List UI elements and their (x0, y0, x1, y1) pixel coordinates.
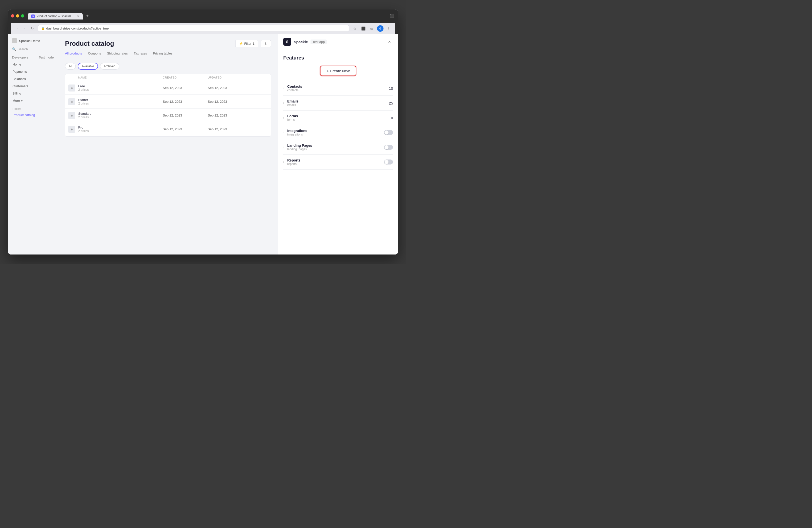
feature-name-forms: Forms (287, 114, 391, 118)
stripe-sidebar: Spackle Demo 🔍 Search Developers Test mo… (8, 34, 58, 254)
filter-row: All Available Archived (65, 63, 271, 70)
sidebar-item-balances[interactable]: Balances (10, 75, 56, 83)
split-view-icon[interactable]: ▭ (368, 25, 375, 32)
col-actions (253, 76, 268, 79)
tab-close-btn[interactable]: ✕ (77, 15, 79, 18)
feature-item-integrations[interactable]: › Integrations integrations (283, 125, 393, 140)
feature-item-contacts[interactable]: › Contacts contacts 10 (283, 81, 393, 96)
spackle-logo-letter: S (286, 40, 288, 44)
toggle-integrations[interactable] (384, 130, 393, 135)
product-updated-free: Sep 12, 2023 (208, 86, 253, 90)
product-created-starter: Sep 12, 2023 (163, 100, 208, 103)
bookmark-icon[interactable]: ☆ (351, 25, 358, 32)
tab-coupons-label: Coupons (88, 52, 101, 55)
toggle-reports[interactable] (384, 160, 393, 164)
sidebar-nav: Home Payments Balances Customers Billing… (8, 61, 58, 118)
tab-bar: S Product catalog – Spackle De ✕ + (27, 12, 91, 19)
page-title: Product catalog (65, 40, 114, 47)
panel-app-name: Spackle (294, 40, 308, 44)
sidebar-label-billing: Billing (13, 91, 21, 95)
feature-key-landing-pages: landing_pages (287, 147, 384, 151)
table-header: NAME CREATED UPDATED (65, 74, 271, 81)
sidebar-brand: Spackle Demo (8, 38, 58, 47)
product-icon-free: ◈ (68, 85, 75, 91)
feature-name-contacts: Contacts (287, 85, 389, 88)
search-bar[interactable]: 🔍 Search (8, 47, 58, 54)
active-browser-tab[interactable]: S Product catalog – Spackle De ✕ (28, 13, 83, 19)
sidebar-label-balances: Balances (13, 77, 26, 81)
sidebar-item-payments[interactable]: Payments (10, 68, 56, 75)
tabs-row: All products Coupons Shipping rates Tax … (65, 52, 271, 58)
product-sub-pro: 2 prices (78, 129, 163, 133)
toggle-landing-pages[interactable] (384, 145, 393, 150)
menu-icon[interactable]: ⋮ (386, 25, 392, 32)
panel-more-btn[interactable]: ··· (377, 38, 384, 45)
tab-pricing-tables[interactable]: Pricing tables (153, 52, 173, 58)
feature-info-emails: Emails emails (287, 99, 389, 107)
brand-logo-icon (12, 38, 17, 43)
tab-shipping-rates[interactable]: Shipping rates (107, 52, 128, 58)
page-header: Product catalog ⚡ Filter 1 ⬇ (65, 40, 271, 47)
product-info-starter: Starter 2 prices (78, 98, 163, 105)
tab-all-products[interactable]: All products (65, 52, 82, 58)
reload-btn[interactable]: ↻ (29, 25, 35, 32)
panel-header-left: S Spackle Test app (283, 38, 327, 46)
export-button[interactable]: ⬇ (261, 40, 271, 47)
sidebar-label-more: More + (13, 99, 23, 103)
feature-item-landing-pages[interactable]: › Landing Pages landing_pages (283, 140, 393, 155)
close-window-btn[interactable] (11, 14, 14, 17)
recent-section-label: Recent (10, 104, 56, 111)
export-icon: ⬇ (264, 42, 267, 45)
panel-close-btn[interactable]: ✕ (386, 38, 393, 45)
table-row[interactable]: ◈ Starter 2 prices Sep 12, 2023 Sep 12, … (65, 95, 271, 108)
feature-info-integrations: Integrations integrations (287, 129, 384, 136)
maximize-window-btn[interactable] (21, 14, 24, 17)
test-mode-link[interactable]: Test mode (39, 56, 54, 59)
filter-available-pill[interactable]: Available (78, 63, 98, 70)
spackle-panel: S Spackle Test app ··· ✕ Features (278, 34, 398, 254)
product-info-free: Free 2 prices (78, 84, 163, 91)
products-table: NAME CREATED UPDATED ◈ Free 2 prices Sep… (65, 74, 271, 136)
product-name-standard: Standard (78, 112, 163, 116)
filter-all-pill[interactable]: All (65, 63, 76, 70)
feature-name-emails: Emails (287, 99, 389, 103)
table-row[interactable]: ◈ Standard 2 prices Sep 12, 2023 Sep 12,… (65, 109, 271, 122)
tab-pricing-tables-label: Pricing tables (153, 52, 173, 55)
address-bar[interactable]: 🔒 dashboard.stripe.com/products?active=t… (38, 25, 349, 32)
feature-value-emails: 25 (389, 101, 393, 105)
forward-btn[interactable]: › (21, 25, 28, 32)
feature-item-emails[interactable]: › Emails emails 25 (283, 96, 393, 111)
table-row[interactable]: ◈ Free 2 prices Sep 12, 2023 Sep 12, 202… (65, 81, 271, 95)
filter-count: 1 (253, 42, 255, 45)
sidebar-item-customers[interactable]: Customers (10, 83, 56, 90)
chevron-right-icon-reports: › (283, 160, 284, 164)
ellipsis-icon: ··· (379, 40, 382, 44)
sidebar-item-product-catalog[interactable]: Product catalog (10, 111, 56, 118)
create-new-button[interactable]: + Create New (320, 66, 356, 76)
feature-item-forms[interactable]: › Forms forms 0 (283, 111, 393, 125)
sidebar-item-more[interactable]: More + (10, 97, 56, 104)
browser-chrome: S Product catalog – Spackle De ✕ + ⬛ ‹ ›… (8, 10, 398, 34)
sidebar-item-billing[interactable]: Billing (10, 90, 56, 97)
tab-title: Product catalog – Spackle De (37, 15, 75, 18)
back-btn[interactable]: ‹ (14, 25, 20, 32)
sidebar-item-home[interactable]: Home (10, 61, 56, 68)
tab-tax-rates[interactable]: Tax rates (134, 52, 147, 58)
developers-link[interactable]: Developers (12, 56, 29, 59)
filter-button[interactable]: ⚡ Filter 1 (235, 40, 258, 47)
new-tab-btn[interactable]: + (84, 12, 91, 19)
feature-name-reports: Reports (287, 158, 384, 162)
tab-favicon: S (31, 15, 35, 18)
feature-key-emails: emails (287, 103, 389, 107)
product-info-standard: Standard 2 prices (78, 112, 163, 119)
browser-extensions-btn[interactable]: ⬛ (389, 13, 395, 19)
toggle-thumb-reports (385, 160, 389, 164)
profile-icon[interactable]: G (377, 25, 383, 32)
minimize-window-btn[interactable] (16, 14, 19, 17)
extensions-icon[interactable]: ⬛ (360, 25, 366, 32)
table-row[interactable]: ◈ Pro 2 prices Sep 12, 2023 Sep 12, 2023 (65, 122, 271, 136)
tab-coupons[interactable]: Coupons (88, 52, 101, 58)
filter-archived-pill[interactable]: Archived (100, 63, 119, 70)
search-icon: 🔍 (12, 47, 16, 51)
feature-item-reports[interactable]: › Reports reports (283, 155, 393, 170)
